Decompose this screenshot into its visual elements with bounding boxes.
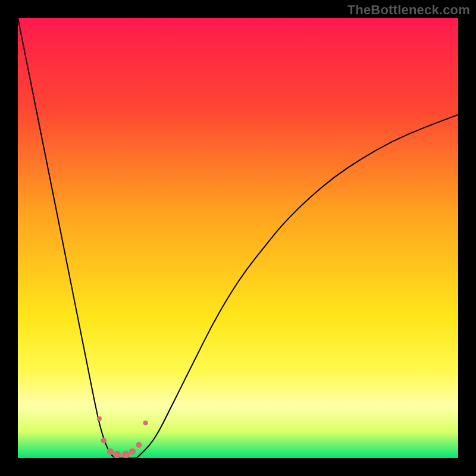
band-marker [129,448,136,455]
band-marker [143,421,148,425]
chart-frame: TheBottleneck.com [0,0,476,476]
band-marker [136,442,142,448]
watermark-text: TheBottleneck.com [347,2,470,18]
plot-background [18,18,458,458]
band-marker [97,416,102,421]
band-marker [101,438,107,444]
bottleneck-chart [18,18,458,458]
band-marker [107,448,114,455]
